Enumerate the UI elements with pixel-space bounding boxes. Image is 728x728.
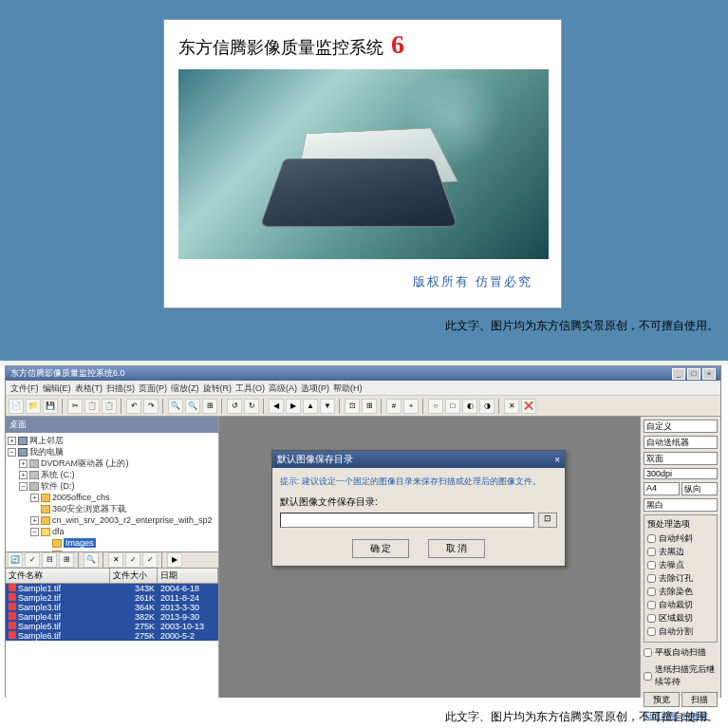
preview-button[interactable]: 预览: [644, 692, 680, 707]
menu-item-1[interactable]: 编辑(E): [43, 383, 71, 393]
toolbar-btn-18[interactable]: ◀: [269, 399, 284, 414]
tree-tool-0[interactable]: 🔄: [8, 552, 23, 568]
dialog-titlebar[interactable]: 默认图像保存目录 ×: [272, 451, 565, 468]
toolbar-btn-8[interactable]: ↶: [126, 399, 141, 414]
preprocess-check-3[interactable]: 去除订孔: [647, 572, 714, 585]
toolbar-btn-24[interactable]: ⊞: [362, 399, 377, 414]
tree-node[interactable]: −dfa: [8, 526, 216, 537]
menu-item-6[interactable]: 旋转(R): [203, 383, 233, 393]
preprocess-check-0[interactable]: 自动纠斜: [647, 532, 714, 545]
toolbar-btn-0[interactable]: 📄: [9, 399, 24, 414]
toolbar-btn-21[interactable]: ▼: [320, 399, 335, 414]
menu-item-7[interactable]: 工具(O): [235, 383, 265, 393]
file-row[interactable]: Sample1.tif343K2004-6-18: [6, 584, 218, 593]
tree-node[interactable]: 360安全浏览器下载: [8, 503, 216, 514]
toolbar-btn-1[interactable]: 📁: [26, 399, 41, 414]
toolbar-btn-11[interactable]: 🔍: [168, 399, 183, 414]
col-date[interactable]: 日期: [158, 569, 218, 583]
paper-select[interactable]: A4: [644, 482, 680, 495]
tree-tool-1[interactable]: ✓: [25, 552, 40, 568]
col-filename[interactable]: 文件名称: [6, 569, 110, 583]
tree-tool-3[interactable]: ⊞: [59, 552, 74, 568]
dialog-ok-button[interactable]: 确 定: [352, 539, 409, 558]
menu-item-2[interactable]: 表格(T): [75, 383, 103, 393]
preprocess-check-1[interactable]: 去黑边: [647, 546, 714, 558]
tree-node[interactable]: +网上邻居: [8, 435, 216, 446]
toolbar-btn-20[interactable]: ▲: [303, 399, 318, 414]
menu-item-8[interactable]: 高级(A): [269, 383, 297, 393]
menu-item-0[interactable]: 文件(F): [10, 383, 39, 393]
menu-item-9[interactable]: 选项(P): [301, 383, 329, 393]
scanner-select[interactable]: 自定义: [644, 420, 718, 433]
toolbar-btn-4[interactable]: ✂: [67, 399, 83, 414]
tree-node[interactable]: Images: [8, 537, 216, 549]
preprocess-check-7[interactable]: 自动分割: [647, 625, 714, 638]
scan-button[interactable]: 扫描: [681, 692, 718, 707]
preprocess-check-5[interactable]: 自动裁切: [647, 599, 714, 611]
orient-select[interactable]: 纵向: [681, 482, 718, 495]
file-row[interactable]: Sample6.tif275K2000-5-2: [6, 631, 218, 641]
toolbar-btn-26[interactable]: #: [386, 399, 401, 414]
folder-icon: [52, 539, 62, 548]
dpi-select[interactable]: 300dpi: [644, 468, 718, 479]
preprocess-check-2[interactable]: 去噪点: [647, 559, 714, 571]
preprocess-check-6[interactable]: 区域裁切: [647, 612, 714, 625]
col-filesize[interactable]: 文件大小: [110, 569, 158, 583]
tree-tool-8[interactable]: ✓: [125, 552, 140, 568]
menu-item-10[interactable]: 帮助(H): [333, 383, 363, 393]
browse-button[interactable]: ⊡: [538, 513, 557, 528]
close-button[interactable]: ×: [702, 368, 716, 380]
toolbar-btn-15[interactable]: ↺: [227, 399, 242, 414]
color-select[interactable]: 黑白: [644, 498, 718, 512]
file-row[interactable]: Sample2.tif261K2011-8-24: [6, 593, 218, 603]
tree-node[interactable]: +DVDRAM驱动器 (上的): [8, 457, 216, 469]
toolbar-btn-6[interactable]: 📋: [102, 399, 117, 414]
tree-node[interactable]: −软件 (D:): [8, 480, 216, 492]
tree-tool-2[interactable]: ⊟: [42, 552, 57, 568]
tree-node[interactable]: +系统 (C:): [8, 469, 216, 480]
minimize-button[interactable]: _: [672, 368, 685, 380]
toolbar-btn-35[interactable]: ❌: [521, 399, 536, 414]
file-row[interactable]: Sample4.tif382K2013-9-30: [6, 612, 218, 622]
menu-item-3[interactable]: 扫描(S): [106, 383, 135, 393]
dialog-cancel-button[interactable]: 取 消: [428, 539, 485, 558]
toolbar-btn-23[interactable]: ⊡: [345, 399, 360, 414]
toolbar-btn-29[interactable]: ○: [428, 399, 443, 414]
file-row[interactable]: Sample3.tif364K2013-3-30: [6, 603, 218, 612]
toolbar-btn-31[interactable]: ◐: [462, 399, 477, 414]
tree-tool-7[interactable]: ✕: [108, 552, 123, 568]
canvas-area[interactable]: 默认图像保存目录 × 提示: 建议设定一个固定的图像目录来保存扫描或处理后的图像…: [219, 417, 640, 698]
titlebar[interactable]: 东方信腾影像质量监控系统6.0 _ □ ×: [6, 366, 720, 381]
tree-tool-9[interactable]: ✓: [142, 552, 158, 568]
toolbar-btn-5[interactable]: 📋: [84, 399, 100, 414]
toolbar-btn-12[interactable]: 🔍: [185, 399, 200, 414]
continue-wait-check[interactable]: 送纸扫描完后继续等待: [644, 663, 718, 688]
toolbar-btn-13[interactable]: ⊞: [202, 399, 217, 414]
tree-node[interactable]: +2005office_chs: [8, 492, 216, 503]
file-icon: [9, 584, 16, 591]
file-list[interactable]: Sample1.tif343K2004-6-18Sample2.tif261K2…: [6, 584, 218, 699]
menu-item-5[interactable]: 缩放(Z): [171, 383, 199, 393]
toolbar-btn-19[interactable]: ▶: [286, 399, 301, 414]
tree-tool-5[interactable]: 🔍: [84, 552, 99, 568]
flat-auto-check[interactable]: 平板自动扫描: [644, 646, 718, 659]
tree-tool-11[interactable]: ▶: [167, 552, 182, 568]
dialog-close-icon[interactable]: ×: [554, 455, 560, 465]
folder-tree[interactable]: +网上邻居−我的电脑+DVDRAM驱动器 (上的)+系统 (C:)−软件 (D:…: [6, 433, 218, 551]
toolbar-btn-27[interactable]: +: [403, 399, 419, 414]
tree-node[interactable]: +cn_win_srv_2003_r2_enterprise_with_sp2: [8, 514, 216, 526]
toolbar-btn-9[interactable]: ↷: [143, 399, 159, 414]
maximize-button[interactable]: □: [687, 368, 700, 380]
save-path-input[interactable]: [280, 513, 534, 528]
feeder-select[interactable]: 自动送纸器: [644, 436, 718, 449]
tree-node[interactable]: −我的电脑: [8, 446, 216, 457]
menu-item-4[interactable]: 页面(P): [139, 383, 167, 393]
toolbar-btn-34[interactable]: ✕: [504, 399, 519, 414]
preprocess-check-4[interactable]: 去除染色: [647, 586, 714, 598]
side-select[interactable]: 双面: [644, 452, 718, 465]
toolbar-btn-30[interactable]: □: [445, 399, 460, 414]
file-row[interactable]: Sample5.tif275K2003-10-13: [6, 622, 218, 631]
toolbar-btn-32[interactable]: ◑: [479, 399, 495, 414]
toolbar-btn-16[interactable]: ↻: [244, 399, 259, 414]
toolbar-btn-2[interactable]: 💾: [43, 399, 58, 414]
